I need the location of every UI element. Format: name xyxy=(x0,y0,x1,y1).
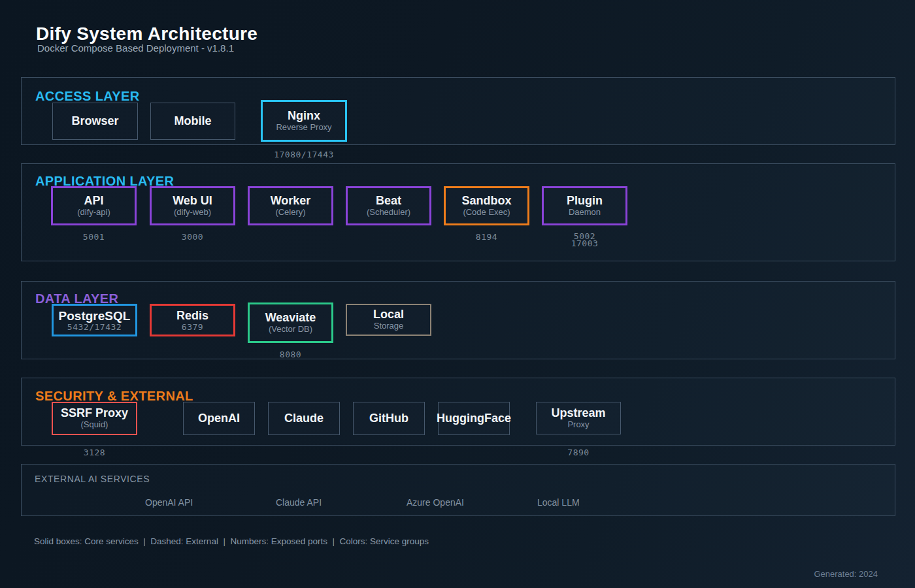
service-box-browser: Browser xyxy=(52,103,138,140)
external-item-azure-openai: Azure OpenAI xyxy=(407,497,464,508)
postgresql-port-label: 5432/17432 xyxy=(67,323,122,331)
local-storage-title: Local xyxy=(373,308,404,321)
service-box-beat: Beat (Scheduler) xyxy=(346,186,431,225)
api-title: API xyxy=(84,194,103,207)
service-box-upstream-proxy: Upstream Proxy xyxy=(536,402,621,434)
api-subtitle: (dify-api) xyxy=(77,207,110,218)
weaviate-title: Weaviate xyxy=(265,311,316,324)
openai-label: OpenAI xyxy=(198,412,240,425)
upstream-port-label: 7890 xyxy=(536,448,621,457)
service-box-webui: Web UI (dify-web) xyxy=(150,186,235,225)
service-box-claude: Claude xyxy=(268,402,340,435)
weaviate-subtitle: (Vector DB) xyxy=(269,324,312,335)
ssrf-port-label: 3128 xyxy=(52,448,137,457)
weaviate-port-label: 8080 xyxy=(248,350,333,359)
service-box-redis: Redis 6379 xyxy=(150,304,235,336)
external-item-local-llm: Local LLM xyxy=(537,497,580,508)
sandbox-subtitle: (Code Exec) xyxy=(463,207,510,218)
generated-note: Generated: 2024 xyxy=(814,569,878,579)
plugin-subtitle: Daemon xyxy=(569,207,601,218)
postgresql-title: PostgreSQL xyxy=(59,309,131,323)
page-title: Dify System Architecture xyxy=(36,24,258,44)
upstream-title: Upstream xyxy=(551,406,605,419)
sandbox-port-label: 8194 xyxy=(444,233,529,241)
architecture-diagram: { "header": { "title": "Dify System Arch… xyxy=(0,0,915,588)
service-box-github: GitHub xyxy=(353,402,425,435)
api-port-label: 5001 xyxy=(51,233,137,241)
redis-title: Redis xyxy=(176,309,208,322)
webui-port-label: 3000 xyxy=(150,233,235,241)
external-services-panel xyxy=(21,464,895,516)
webui-subtitle: (dify-web) xyxy=(174,207,211,218)
beat-subtitle: (Scheduler) xyxy=(367,207,410,218)
external-item-openai-api: OpenAI API xyxy=(145,497,193,508)
redis-port-label: 6379 xyxy=(182,323,203,331)
ssrf-proxy-subtitle: (Squid) xyxy=(81,419,108,430)
beat-title: Beat xyxy=(376,194,401,207)
page-subtitle: Docker Compose Based Deployment - v1.8.1 xyxy=(37,42,234,54)
service-box-plugin: Plugin Daemon xyxy=(542,186,627,225)
plugin-port-label: 5002 17003 xyxy=(542,233,627,247)
huggingface-label: HuggingFace xyxy=(437,412,511,425)
service-box-api: API (dify-api) xyxy=(51,186,137,225)
service-box-openai: OpenAI xyxy=(183,402,255,435)
ssrf-proxy-title: SSRF Proxy xyxy=(61,406,128,419)
worker-subtitle: (Celery) xyxy=(275,207,305,218)
service-box-weaviate: Weaviate (Vector DB) xyxy=(248,302,333,343)
access-layer-heading: ACCESS LAYER xyxy=(35,89,140,104)
nginx-subtitle: Reverse Proxy xyxy=(276,122,331,133)
external-item-claude-api: Claude API xyxy=(276,497,322,508)
claude-label: Claude xyxy=(284,412,324,425)
service-box-worker: Worker (Celery) xyxy=(248,186,333,225)
webui-title: Web UI xyxy=(173,194,212,207)
service-box-nginx: Nginx Reverse Proxy xyxy=(261,100,347,142)
worker-title: Worker xyxy=(271,194,311,207)
mobile-title: Mobile xyxy=(175,114,212,127)
external-services-heading: EXTERNAL AI SERVICES xyxy=(35,474,150,484)
nginx-title: Nginx xyxy=(288,109,320,122)
legend-text: Solid boxes: Core services | Dashed: Ext… xyxy=(34,536,429,546)
service-box-postgresql: PostgreSQL 5432/17432 xyxy=(52,304,137,336)
github-label: GitHub xyxy=(369,412,408,425)
upstream-subtitle: Proxy xyxy=(567,419,589,430)
service-box-sandbox: Sandbox (Code Exec) xyxy=(444,186,529,225)
service-box-ssrf-proxy: SSRF Proxy (Squid) xyxy=(52,402,137,435)
service-box-local-storage: Local Storage xyxy=(346,304,431,336)
plugin-port-2: 17003 xyxy=(542,240,627,247)
sandbox-title: Sandbox xyxy=(461,194,511,207)
local-storage-subtitle: Storage xyxy=(374,321,404,331)
service-box-huggingface: HuggingFace xyxy=(438,402,510,435)
plugin-title: Plugin xyxy=(567,194,603,207)
nginx-port-label: 17080/17443 xyxy=(261,150,347,159)
service-box-mobile: Mobile xyxy=(150,103,235,140)
browser-title: Browser xyxy=(71,114,118,127)
